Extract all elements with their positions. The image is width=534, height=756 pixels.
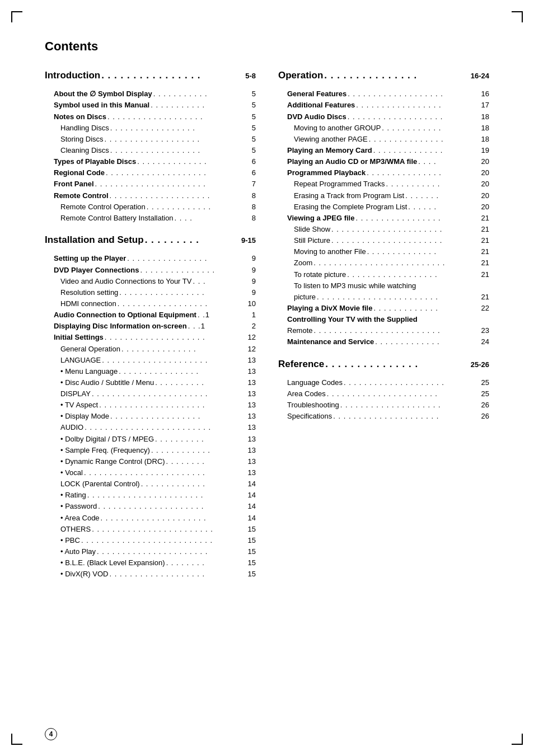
toc-label: Language Codes (287, 377, 343, 388)
toc-dots: . . . . . . . . . . . . . . . . . . . . … (81, 535, 247, 546)
toc-page-num: 26 (481, 411, 489, 422)
toc-dots: . . . . (418, 156, 480, 167)
toc-label: Remote (287, 325, 313, 336)
toc-page-num: 13 (248, 467, 256, 478)
toc-line: • Rating. . . . . . . . . . . . . . . . … (60, 490, 256, 501)
right-column: Operation . . . . . . . . . . . . . . .1… (278, 66, 489, 580)
toc-label: Erasing the Complete Program List (294, 201, 407, 213)
page: Contents Introduction . . . . . . . . . … (0, 0, 534, 756)
toc-line: About the ∅ Symbol Display. . . . . . . … (54, 88, 256, 100)
section-header-page: 16-24 (471, 71, 489, 82)
toc-dots: . . . . . . . . . . . . . . . . . (119, 287, 250, 298)
toc-line: Still Picture. . . . . . . . . . . . . .… (294, 235, 489, 246)
toc-label: Controlling Your TV with the Supplied (287, 314, 418, 325)
toc-label: General Operation (60, 344, 120, 355)
toc-page-num: 21 (481, 235, 489, 246)
toc-label: • Sample Freq. (Frequency) (60, 445, 150, 456)
toc-section: Introduction . . . . . . . . . . . . . .… (45, 68, 256, 224)
toc-page-num: 15 (248, 535, 256, 546)
toc-page-num: 9 (252, 265, 256, 276)
section-header: Reference . . . . . . . . . . . . . . .2… (278, 357, 489, 372)
toc-page-num: 13 (248, 388, 256, 400)
toc-label: Remote Control (54, 190, 109, 201)
toc-dots: . . . . . . . . . . . . . . . . . . (118, 298, 247, 309)
toc-line: Viewing another PAGE. . . . . . . . . . … (294, 134, 489, 145)
toc-label: • Password (60, 501, 97, 512)
toc-label: • Vocal (60, 467, 83, 478)
toc-label: • B.L.E. (Black Level Expansion) (60, 557, 165, 569)
toc-page-num: 14 (248, 490, 256, 501)
toc-dots: . . . . . . . . . . . . . . . . . . . . … (87, 490, 247, 501)
toc-line: • Dolby Digital / DTS / MPEG. . . . . . … (60, 434, 256, 445)
toc-line: Playing an Audio CD or MP3/WMA file. . .… (287, 156, 489, 167)
toc-line: Remote Control Battery Installation. . .… (60, 213, 256, 224)
toc-dots: . . . . . . . . . . . . . . . . . . . . (106, 167, 251, 179)
toc-dots: . . . . . . . . . . . . . . (367, 246, 480, 257)
toc-dots: . . . . . . . . . . . . . . . . . . . . … (313, 257, 480, 269)
toc-dots: . . . . . . . . . . . . . . . . . . (110, 145, 251, 156)
toc-label: Area Codes (287, 388, 326, 400)
toc-dots: . . . . . . . . . . . . . . . (369, 134, 480, 145)
toc-line: • PBC. . . . . . . . . . . . . . . . . .… (60, 535, 256, 546)
toc-dots: . . . . . . . . . . . (151, 100, 251, 111)
toc-line: Specifications. . . . . . . . . . . . . … (287, 411, 489, 422)
toc-line: Audio Connection to Optional Equipment. … (54, 309, 256, 321)
toc-dots: . . . . . . . . . . . . . . . . . (110, 123, 251, 134)
toc-label: • Rating (60, 490, 86, 501)
toc-dots: . . . . . . . . . . . . . . . (140, 265, 250, 276)
section-header-label: Operation (278, 68, 323, 83)
toc-line: Handling Discs. . . . . . . . . . . . . … (60, 123, 256, 134)
toc-page-num: 9 (252, 276, 256, 287)
toc-line: Remote. . . . . . . . . . . . . . . . . … (287, 325, 489, 336)
toc-line: Controlling Your TV with the Supplied (287, 314, 489, 325)
toc-line: Repeat Programmed Tracks. . . . . . . . … (294, 179, 489, 190)
toc-line: DVD Audio Discs. . . . . . . . . . . . .… (287, 111, 489, 123)
toc-dots: . . . . . . . . . . . . . . . . . . . . … (333, 411, 480, 422)
toc-line: General Operation. . . . . . . . . . . .… (60, 344, 256, 355)
toc-page-num: 15 (248, 557, 256, 569)
toc-page-num: 19 (481, 145, 489, 156)
toc-dots: . . . . . . . . . . . . . . . . . (355, 213, 480, 224)
toc-label: Programmed Playback (287, 167, 366, 179)
toc-label: General Features (287, 88, 346, 100)
toc-dots: . . . . . . . . . . . . (151, 445, 247, 456)
toc-label: picture (294, 292, 316, 303)
toc-label: LOCK (Parental Control) (60, 478, 140, 490)
toc-label: Maintenance and Service (287, 336, 374, 348)
toc-page-num: 15 (248, 569, 256, 580)
toc-dots: . . . . . . . . . . . . . . . . (119, 366, 246, 377)
corner-mark-bl (11, 734, 22, 745)
toc-page-num: 25 (481, 377, 489, 388)
toc-page-num: 26 (481, 400, 489, 411)
toc-dots: . . . . . . . . . . . . . . . . . . . . (344, 377, 480, 388)
two-column-layout: Introduction . . . . . . . . . . . . . .… (45, 66, 489, 580)
toc-dots: . . . . . . . . . . . . . . . . . (356, 100, 480, 111)
toc-dots: . . . . . . . . . . . . . . . (121, 344, 247, 355)
toc-dots: . . . . . . . . . . . . . (373, 303, 480, 314)
toc-page-num: 5 (252, 100, 256, 111)
toc-page-num: 12 (248, 344, 256, 355)
toc-label: • Dynamic Range Control (DRC) (60, 456, 165, 467)
toc-line: DVD Player Connections. . . . . . . . . … (54, 265, 256, 276)
toc-page-num: 25 (481, 388, 489, 400)
toc-line: Resolution setting. . . . . . . . . . . … (60, 287, 256, 298)
toc-label: HDMI connection (60, 298, 116, 309)
toc-label: Handling Discs (60, 123, 109, 134)
toc-page-num: 13 (248, 456, 256, 467)
toc-dots: . . . . . . . . . . . . . . (137, 156, 251, 167)
toc-dots: . . . . . . . . (166, 557, 247, 569)
toc-page-num: 6 (252, 167, 256, 179)
toc-page-num: 12 (248, 332, 256, 343)
toc-label: • Disc Audio / Subtitle / Menu (60, 377, 154, 388)
toc-label: Setting up the Player (54, 253, 126, 264)
toc-dots: . . . . . . . . . . . . . . . . . . . . … (327, 388, 480, 400)
toc-page-num: 18 (481, 134, 489, 145)
toc-label: Cleaning Discs (60, 145, 109, 156)
toc-dots: . . . . . . . . . . . . . . . . . . . . … (97, 546, 246, 557)
toc-page-num: 18 (481, 123, 489, 134)
toc-line: • Menu Language. . . . . . . . . . . . .… (60, 366, 256, 377)
toc-line: Cleaning Discs. . . . . . . . . . . . . … (60, 145, 256, 156)
toc-dots: . . . . . . . . . . . . . . . . (127, 253, 250, 264)
toc-dots: . . . . . . . . . . . . . . . . . . . (348, 88, 480, 100)
toc-page-num: 16 (481, 88, 489, 100)
